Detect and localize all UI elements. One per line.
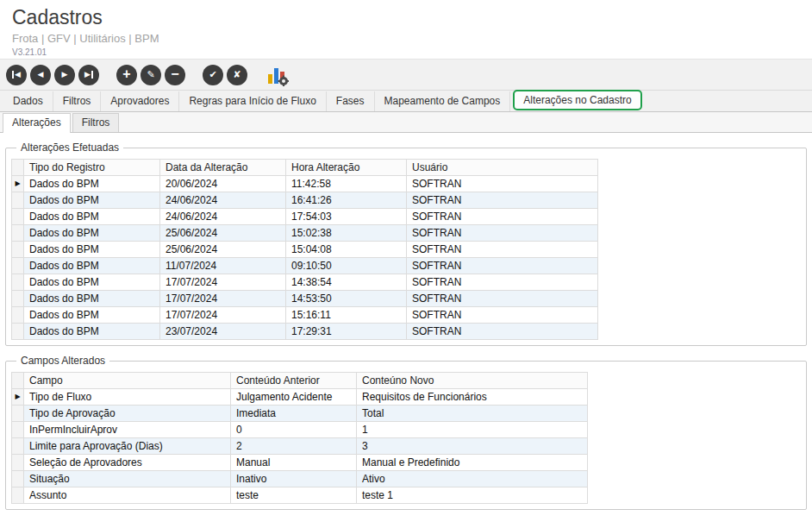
table-cell: SOFTRAN <box>407 291 598 307</box>
main-tab-bar: Dados Filtros Aprovadores Regras para In… <box>0 91 812 112</box>
toolbar: ◀ ◀ ▶ ▶ + ✎ − ✔ ✘ <box>0 59 812 91</box>
groupbox-legend: Alterações Efetuadas <box>16 142 123 154</box>
column-header[interactable]: Conteúno Novo <box>357 373 588 389</box>
table-cell: SOFTRAN <box>407 274 598 291</box>
row-indicator-icon: ▶ <box>12 176 24 192</box>
table-cell: 17/07/2024 <box>160 291 286 307</box>
table-row[interactable]: SituaçãoInativoAtivo <box>12 471 588 487</box>
table-row[interactable]: Dados do BPM25/06/202415:04:08SOFTRAN <box>12 242 598 258</box>
table-row[interactable]: Dados do BPM24/06/202417:54:03SOFTRAN <box>12 209 598 225</box>
row-indicator-header <box>12 373 24 389</box>
column-header[interactable]: Data da Alteração <box>160 160 286 176</box>
table-row[interactable]: Dados do BPM17/07/202414:38:54SOFTRAN <box>12 274 598 291</box>
table-row[interactable]: ▶Tipo de FluxoJulgamento AcidenteRequisi… <box>12 389 588 406</box>
table-row[interactable]: Dados do BPM24/06/202416:41:26SOFTRAN <box>12 192 598 209</box>
tab-aprovadores[interactable]: Aprovadores <box>101 91 179 111</box>
row-indicator-cell <box>12 471 24 487</box>
table-cell: Dados do BPM <box>24 307 160 324</box>
next-record-button[interactable]: ▶ <box>54 65 75 85</box>
tab-mapeamento-de-campos[interactable]: Mapeamento de Campos <box>375 91 511 111</box>
row-indicator-cell <box>12 324 24 340</box>
table-cell: 24/06/2024 <box>160 192 286 209</box>
table-cell: 0 <box>231 422 357 438</box>
table-cell: Assunto <box>24 487 231 504</box>
table-cell: Ativo <box>357 471 588 487</box>
breadcrumb: Frota | GFV | Utilitários | BPM <box>12 32 812 45</box>
table-cell: 17:29:31 <box>286 324 407 340</box>
table-cell: Imediata <box>231 406 357 422</box>
row-indicator-cell <box>12 274 24 291</box>
table-row[interactable]: Seleção de AprovadoresManualManual e Pre… <box>12 455 588 471</box>
last-record-button[interactable]: ▶ <box>78 65 99 85</box>
table-cell: Inativo <box>231 471 357 487</box>
row-indicator-cell <box>12 258 24 274</box>
tab-filtros[interactable]: Filtros <box>53 91 102 111</box>
table-cell: Manual e Predefinido <box>357 455 588 471</box>
subtab-alteracoes[interactable]: Alterações <box>3 113 71 133</box>
tab-alteracoes-no-cadastro[interactable]: Alterações no Cadastro <box>513 90 641 110</box>
table-cell: 17/07/2024 <box>160 307 286 324</box>
table-row[interactable]: Dados do BPM17/07/202415:16:11SOFTRAN <box>12 307 598 324</box>
table-cell: 15:16:11 <box>286 307 407 324</box>
table-cell: Total <box>357 406 588 422</box>
tab-regras-inicio-fluxo[interactable]: Regras para Início de Fluxo <box>179 91 326 111</box>
tab-fases[interactable]: Fases <box>327 91 375 111</box>
column-header[interactable]: Tipo do Registro <box>24 160 160 176</box>
table-row[interactable]: Dados do BPM25/06/202415:02:38SOFTRAN <box>12 225 598 242</box>
cross-icon: ✘ <box>233 70 240 79</box>
table-row[interactable]: InPermIncluirAprov01 <box>12 422 588 438</box>
groupbox-campos-alterados: Campos Alterados CampoConteúdo AnteriorC… <box>5 355 807 510</box>
insert-record-button[interactable]: + <box>116 65 137 85</box>
table-cell: Limite para Aprovação (Dias) <box>24 438 231 455</box>
table-cell: InPermIncluirAprov <box>24 422 231 438</box>
table-cell: 25/06/2024 <box>160 242 286 258</box>
table-cell: Julgamento Acidente <box>231 389 357 406</box>
tab-dados[interactable]: Dados <box>3 91 53 111</box>
table-cell: Seleção de Aprovadores <box>24 455 231 471</box>
table-cell: Dados do BPM <box>24 291 160 307</box>
table-cell: SOFTRAN <box>407 176 598 192</box>
table-cell: Requisitos de Funcionários <box>357 389 588 406</box>
edit-record-button[interactable]: ✎ <box>141 65 161 85</box>
column-header[interactable]: Usuário <box>407 160 598 176</box>
table-cell: Tipo de Fluxo <box>24 389 231 406</box>
row-indicator-cell <box>12 406 24 422</box>
table-cell: 3 <box>357 438 588 455</box>
column-header[interactable]: Conteúdo Anterior <box>231 373 357 389</box>
delete-record-button[interactable]: − <box>165 65 185 85</box>
table-cell: Dados do BPM <box>24 258 160 274</box>
table-row[interactable]: Assuntotesteteste 1 <box>12 487 588 504</box>
row-indicator-cell <box>12 455 24 471</box>
subtab-filtros[interactable]: Filtros <box>72 113 120 132</box>
table-row[interactable]: Dados do BPM23/07/202417:29:31SOFTRAN <box>12 324 598 340</box>
row-indicator-cell <box>12 422 24 438</box>
content-area: Alterações Efetuadas Tipo do RegistroDat… <box>0 133 812 510</box>
first-record-icon: ◀ <box>12 71 21 79</box>
table-cell: teste 1 <box>357 487 588 504</box>
row-indicator-header <box>12 160 24 176</box>
table-cell: 17/07/2024 <box>160 274 286 291</box>
table-row[interactable]: Dados do BPM17/07/202414:53:50SOFTRAN <box>12 291 598 307</box>
chart-settings-button[interactable] <box>266 64 289 86</box>
table-row[interactable]: Limite para Aprovação (Dias)23 <box>12 438 588 455</box>
row-indicator-cell <box>12 487 24 504</box>
confirm-button[interactable]: ✔ <box>203 65 223 85</box>
table-cell: SOFTRAN <box>407 324 598 340</box>
last-record-icon: ▶ <box>84 71 93 79</box>
column-header[interactable]: Hora Alteração <box>286 160 407 176</box>
campos-grid: CampoConteúdo AnteriorConteúno Novo▶Tipo… <box>11 372 588 504</box>
prior-record-button[interactable]: ◀ <box>30 65 51 85</box>
table-cell: 15:04:08 <box>286 242 407 258</box>
sub-tab-bar: Alterações Filtros <box>0 112 812 133</box>
row-indicator-icon: ▶ <box>12 389 24 406</box>
table-row[interactable]: ▶Dados do BPM20/06/202411:42:58SOFTRAN <box>12 176 598 192</box>
table-row[interactable]: Dados do BPM11/07/202409:10:50SOFTRAN <box>12 258 598 274</box>
table-cell: SOFTRAN <box>407 258 598 274</box>
table-cell: Dados do BPM <box>24 324 160 340</box>
column-header[interactable]: Campo <box>24 373 231 389</box>
cancel-button[interactable]: ✘ <box>227 65 247 85</box>
table-row[interactable]: Tipo de AprovaçãoImediataTotal <box>12 406 588 422</box>
row-indicator-cell <box>12 225 24 242</box>
groupbox-legend: Campos Alterados <box>16 355 109 367</box>
first-record-button[interactable]: ◀ <box>6 65 27 85</box>
